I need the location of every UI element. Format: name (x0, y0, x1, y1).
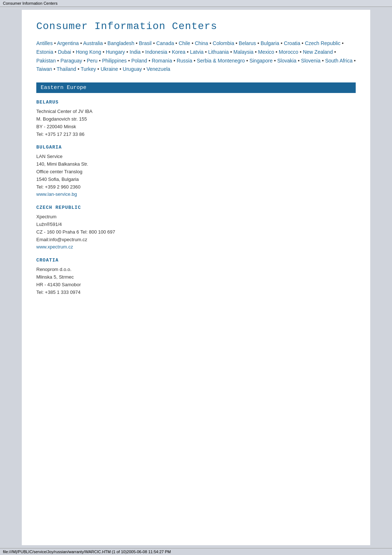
country-name-czech-republic: CZECH REPUBLIC (36, 205, 356, 210)
country-name-bulgaria: BULGARIA (36, 145, 356, 150)
bullet: • (142, 49, 144, 55)
status-bar-text: file:///M|/PUBLIC/service/Joy/russian/wa… (3, 550, 171, 554)
nav-link-poland[interactable]: Poland (131, 58, 147, 64)
nav-link-czech-republic[interactable]: Czech Republic (305, 40, 340, 46)
bullet: • (255, 49, 257, 55)
nav-link-hungary[interactable]: Hungary (106, 49, 125, 55)
nav-link-australia[interactable]: Australia (83, 40, 103, 46)
nav-link-pakistan[interactable]: Pakistan (36, 58, 56, 64)
nav-link-paraguay[interactable]: Paraguay (60, 58, 82, 64)
nav-link-south-africa[interactable]: South Africa (325, 58, 353, 64)
nav-link-antilles[interactable]: Antilles (36, 40, 53, 46)
nav-link-argentina[interactable]: Argentina (57, 40, 79, 46)
bullet: • (119, 66, 121, 72)
nav-link-uruguay[interactable]: Uruguay (123, 66, 142, 72)
nav-link-morocco[interactable]: Morocco (279, 49, 298, 55)
sections-container: Eastern EuropeBELARUSTechnical Center of… (36, 82, 356, 296)
nav-link-india[interactable]: India (130, 49, 140, 55)
bullet: • (128, 58, 130, 64)
nav-link-latvia[interactable]: Latvia (190, 49, 204, 55)
nav-link-croatia[interactable]: Croatia (284, 40, 300, 46)
bullet: • (136, 40, 138, 46)
country-name-belarus: BELARUS (36, 100, 356, 105)
nav-link-estonia[interactable]: Estonia (36, 49, 53, 55)
website-link[interactable]: www.lan-service.bg (36, 191, 77, 197)
bullet: • (342, 40, 344, 46)
bullet: • (143, 66, 145, 72)
nav-link-brasil[interactable]: Brasil (139, 40, 152, 46)
bullet: • (187, 49, 189, 55)
nav-link-venezuela[interactable]: Venezuela (147, 66, 170, 72)
bullet: • (300, 49, 302, 55)
nav-link-russia[interactable]: Russia (177, 58, 192, 64)
bullet: • (54, 40, 56, 46)
bullet: • (73, 49, 74, 55)
bullet: • (80, 40, 82, 46)
country-name-croatia: CROATIA (36, 258, 356, 263)
nav-link-belarus[interactable]: Belarus (239, 40, 256, 46)
status-bar: file:///M|/PUBLIC/service/Joy/russian/wa… (0, 548, 392, 555)
bullet: • (173, 58, 175, 64)
bullet: • (148, 58, 150, 64)
nav-link-new-zealand[interactable]: New Zealand (303, 49, 333, 55)
nav-link-singapore[interactable]: Singapore (249, 58, 273, 64)
bullet: • (298, 58, 300, 64)
nav-link-hong-kong[interactable]: Hong Kong (76, 49, 101, 55)
nav-link-thailand[interactable]: Thailand (57, 66, 76, 72)
bullet: • (275, 49, 277, 55)
website-link[interactable]: www.xpectrum.cz (36, 244, 73, 250)
nav-link-lithuania[interactable]: Lithuania (208, 49, 229, 55)
bullet: • (103, 49, 105, 55)
bullet: • (257, 40, 259, 46)
nav-link-bulgaria[interactable]: Bulgaria (261, 40, 279, 46)
country-info-belarus: Technical Center of JV IBAM. Bogdanovich… (36, 108, 356, 138)
bullet: • (57, 58, 59, 64)
nav-link-canada[interactable]: Canada (156, 40, 174, 46)
bullet: • (302, 40, 303, 46)
nav-link-slovakia[interactable]: Slovakia (277, 58, 297, 64)
page-title: Consumer Information Centers (36, 21, 356, 32)
bullet: • (169, 49, 171, 55)
nav-link-ukraine[interactable]: Ukraine (101, 66, 118, 72)
nav-link-taiwan[interactable]: Taiwan (36, 66, 52, 72)
country-info-bulgaria: LAN Service140, Mimi Balkanska Str.Offic… (36, 153, 356, 198)
bullet: • (83, 58, 85, 64)
bullet: • (281, 40, 282, 46)
nav-link-bangladesh[interactable]: Bangladesh (107, 40, 134, 46)
bullet: • (126, 49, 128, 55)
country-info-czech-republic: XpectrumLužn®591/4CZ - 160 00 Praha 6 Te… (36, 213, 356, 251)
bullet: • (175, 40, 177, 46)
nav-link-china[interactable]: China (195, 40, 208, 46)
nav-link-peru[interactable]: Peru (87, 58, 98, 64)
nav-link-indonesia[interactable]: Indonesia (145, 49, 167, 55)
bullet: • (322, 58, 324, 64)
bullet: • (209, 40, 211, 46)
bullet: • (205, 49, 207, 55)
bullet: • (246, 58, 248, 64)
bullet: • (354, 58, 356, 64)
bullet: • (334, 49, 336, 55)
bullet: • (99, 58, 101, 64)
nav-link-slovenia[interactable]: Slovenia (301, 58, 320, 64)
bullet: • (274, 58, 276, 64)
nav-link-dubai[interactable]: Dubai (58, 49, 71, 55)
nav-link-romania[interactable]: Romania (152, 58, 172, 64)
nav-link-philippines[interactable]: Philippines (102, 58, 127, 64)
bullet: • (55, 49, 57, 55)
page-wrapper: Consumer Information Centers Antilles • … (22, 10, 370, 545)
bullet: • (230, 49, 232, 55)
title-bar-text: Consumer Information Centers (3, 1, 57, 5)
nav-link-mexico[interactable]: Mexico (258, 49, 274, 55)
nav-link-colombia[interactable]: Colombia (213, 40, 234, 46)
nav-link-turkey[interactable]: Turkey (81, 66, 96, 72)
bullet: • (97, 66, 99, 72)
nav-link-chile[interactable]: Chile (179, 40, 190, 46)
nav-link-serbia-and-montenegro[interactable]: Serbia & Montenegro (197, 58, 245, 64)
nav-link-malaysia[interactable]: Malaysia (233, 49, 253, 55)
bullet: • (78, 66, 79, 72)
section-eastern-europe: Eastern EuropeBELARUSTechnical Center of… (36, 82, 356, 296)
nav-link-korea[interactable]: Korea (172, 49, 185, 55)
country-info-croatia: Renoprom d.o.o.Mlinska 5, StrmecHR - 414… (36, 266, 356, 296)
browser-chrome: Consumer Information Centers Antilles • … (0, 7, 392, 548)
title-bar: Consumer Information Centers (0, 0, 392, 7)
